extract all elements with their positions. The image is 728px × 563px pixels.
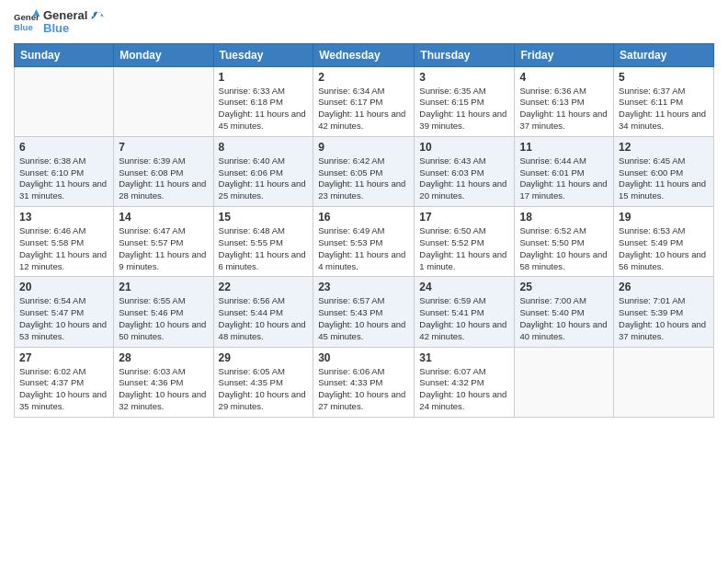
calendar-cell: 8Sunrise: 6:40 AMSunset: 6:06 PMDaylight…	[213, 136, 313, 206]
calendar-cell: 10Sunrise: 6:43 AMSunset: 6:03 PMDayligh…	[415, 136, 515, 206]
calendar-table: SundayMondayTuesdayWednesdayThursdayFrid…	[14, 43, 714, 418]
calendar-cell: 20Sunrise: 6:54 AMSunset: 5:47 PMDayligh…	[15, 277, 114, 347]
calendar-cell: 1Sunrise: 6:33 AMSunset: 6:18 PMDaylight…	[213, 66, 313, 136]
day-info: Sunrise: 6:45 AMSunset: 6:00 PMDaylight:…	[619, 155, 709, 202]
calendar-cell: 9Sunrise: 6:42 AMSunset: 6:05 PMDaylight…	[313, 136, 415, 206]
day-info: Sunrise: 6:44 AMSunset: 6:01 PMDaylight:…	[519, 155, 609, 202]
logo-general: General	[43, 9, 87, 22]
calendar-cell: 13Sunrise: 6:46 AMSunset: 5:58 PMDayligh…	[15, 207, 114, 277]
calendar-cell: 28Sunrise: 6:03 AMSunset: 4:36 PMDayligh…	[114, 347, 213, 417]
day-info: Sunrise: 6:46 AMSunset: 5:58 PMDaylight:…	[19, 225, 108, 272]
calendar-cell: 15Sunrise: 6:48 AMSunset: 5:55 PMDayligh…	[213, 207, 313, 277]
day-number: 20	[19, 281, 108, 293]
calendar-cell	[114, 66, 213, 136]
page: General Blue General Blue SundayMondayTu…	[0, 0, 728, 563]
day-number: 11	[519, 141, 609, 154]
day-number: 7	[119, 141, 208, 154]
day-info: Sunrise: 6:59 AMSunset: 5:41 PMDaylight:…	[419, 295, 509, 342]
calendar-cell: 21Sunrise: 6:55 AMSunset: 5:46 PMDayligh…	[114, 277, 213, 347]
calendar-cell	[614, 347, 714, 417]
calendar-week-4: 20Sunrise: 6:54 AMSunset: 5:47 PMDayligh…	[15, 277, 714, 347]
day-number: 2	[318, 71, 409, 84]
day-info: Sunrise: 6:50 AMSunset: 5:52 PMDaylight:…	[419, 225, 509, 272]
day-info: Sunrise: 6:40 AMSunset: 6:06 PMDaylight:…	[219, 155, 309, 202]
calendar-week-1: 1Sunrise: 6:33 AMSunset: 6:18 PMDaylight…	[15, 66, 714, 136]
logo-bird-icon	[89, 10, 106, 27]
day-info: Sunrise: 6:36 AMSunset: 6:13 PMDaylight:…	[519, 86, 609, 132]
calendar-cell	[15, 66, 114, 136]
day-info: Sunrise: 6:48 AMSunset: 5:55 PMDaylight:…	[219, 225, 309, 272]
day-number: 5	[619, 71, 709, 84]
day-number: 19	[619, 211, 709, 224]
calendar-header-row: SundayMondayTuesdayWednesdayThursdayFrid…	[15, 43, 714, 66]
calendar-cell: 24Sunrise: 6:59 AMSunset: 5:41 PMDayligh…	[415, 277, 515, 347]
day-info: Sunrise: 7:00 AMSunset: 5:40 PMDaylight:…	[519, 295, 609, 342]
day-info: Sunrise: 6:56 AMSunset: 5:44 PMDaylight:…	[219, 295, 309, 342]
day-header-saturday: Saturday	[614, 43, 714, 66]
day-header-sunday: Sunday	[15, 43, 114, 66]
calendar-cell: 22Sunrise: 6:56 AMSunset: 5:44 PMDayligh…	[213, 277, 313, 347]
day-info: Sunrise: 7:01 AMSunset: 5:39 PMDaylight:…	[619, 295, 709, 342]
day-info: Sunrise: 6:43 AMSunset: 6:03 PMDaylight:…	[419, 155, 509, 202]
calendar-cell: 14Sunrise: 6:47 AMSunset: 5:57 PMDayligh…	[114, 207, 213, 277]
day-info: Sunrise: 6:55 AMSunset: 5:46 PMDaylight:…	[119, 295, 208, 342]
day-info: Sunrise: 6:35 AMSunset: 6:15 PMDaylight:…	[419, 86, 509, 132]
day-info: Sunrise: 6:53 AMSunset: 5:49 PMDaylight:…	[619, 225, 709, 272]
logo-icon: General Blue	[14, 9, 40, 35]
calendar-cell: 19Sunrise: 6:53 AMSunset: 5:49 PMDayligh…	[614, 207, 714, 277]
day-number: 25	[519, 281, 609, 293]
day-number: 22	[219, 281, 309, 293]
day-info: Sunrise: 6:34 AMSunset: 6:17 PMDaylight:…	[318, 86, 409, 132]
calendar-cell: 11Sunrise: 6:44 AMSunset: 6:01 PMDayligh…	[515, 136, 614, 206]
calendar-week-5: 27Sunrise: 6:02 AMSunset: 4:37 PMDayligh…	[15, 347, 714, 417]
header: General Blue General Blue	[14, 9, 714, 36]
calendar-cell: 3Sunrise: 6:35 AMSunset: 6:15 PMDaylight…	[415, 66, 515, 136]
calendar-cell: 2Sunrise: 6:34 AMSunset: 6:17 PMDaylight…	[313, 66, 415, 136]
calendar-cell: 16Sunrise: 6:49 AMSunset: 5:53 PMDayligh…	[313, 207, 415, 277]
day-number: 30	[318, 351, 409, 364]
day-info: Sunrise: 6:02 AMSunset: 4:37 PMDaylight:…	[19, 366, 108, 413]
day-info: Sunrise: 6:47 AMSunset: 5:57 PMDaylight:…	[119, 225, 208, 272]
calendar-cell: 30Sunrise: 6:06 AMSunset: 4:33 PMDayligh…	[313, 347, 415, 417]
day-info: Sunrise: 6:52 AMSunset: 5:50 PMDaylight:…	[519, 225, 609, 272]
day-info: Sunrise: 6:42 AMSunset: 6:05 PMDaylight:…	[318, 155, 409, 202]
calendar-cell: 18Sunrise: 6:52 AMSunset: 5:50 PMDayligh…	[515, 207, 614, 277]
day-number: 24	[419, 281, 509, 293]
day-number: 18	[519, 211, 609, 224]
day-number: 26	[619, 281, 709, 293]
day-number: 21	[119, 281, 208, 293]
calendar-cell: 6Sunrise: 6:38 AMSunset: 6:10 PMDaylight…	[15, 136, 114, 206]
day-info: Sunrise: 6:38 AMSunset: 6:10 PMDaylight:…	[19, 155, 108, 202]
day-number: 23	[318, 281, 409, 293]
day-header-friday: Friday	[515, 43, 614, 66]
day-number: 15	[219, 211, 309, 224]
calendar-cell: 4Sunrise: 6:36 AMSunset: 6:13 PMDaylight…	[515, 66, 614, 136]
calendar-week-3: 13Sunrise: 6:46 AMSunset: 5:58 PMDayligh…	[15, 207, 714, 277]
calendar-week-2: 6Sunrise: 6:38 AMSunset: 6:10 PMDaylight…	[15, 136, 714, 206]
day-number: 6	[19, 141, 108, 154]
calendar-cell: 31Sunrise: 6:07 AMSunset: 4:32 PMDayligh…	[415, 347, 515, 417]
svg-text:Blue: Blue	[14, 22, 33, 32]
calendar-cell: 7Sunrise: 6:39 AMSunset: 6:08 PMDaylight…	[114, 136, 213, 206]
calendar-cell: 26Sunrise: 7:01 AMSunset: 5:39 PMDayligh…	[614, 277, 714, 347]
day-number: 8	[219, 141, 309, 154]
day-number: 16	[318, 211, 409, 224]
calendar-cell: 29Sunrise: 6:05 AMSunset: 4:35 PMDayligh…	[213, 347, 313, 417]
logo-blue: Blue	[43, 22, 87, 35]
day-info: Sunrise: 6:54 AMSunset: 5:47 PMDaylight:…	[19, 295, 108, 342]
day-number: 4	[519, 71, 609, 84]
calendar-cell: 17Sunrise: 6:50 AMSunset: 5:52 PMDayligh…	[415, 207, 515, 277]
day-header-wednesday: Wednesday	[313, 43, 415, 66]
day-info: Sunrise: 6:37 AMSunset: 6:11 PMDaylight:…	[619, 86, 709, 132]
day-info: Sunrise: 6:06 AMSunset: 4:33 PMDaylight:…	[318, 366, 409, 413]
calendar-cell: 12Sunrise: 6:45 AMSunset: 6:00 PMDayligh…	[614, 136, 714, 206]
day-info: Sunrise: 6:03 AMSunset: 4:36 PMDaylight:…	[119, 366, 208, 413]
day-info: Sunrise: 6:33 AMSunset: 6:18 PMDaylight:…	[219, 86, 309, 132]
day-number: 1	[219, 71, 309, 84]
day-header-monday: Monday	[114, 43, 213, 66]
day-number: 29	[219, 351, 309, 364]
day-number: 14	[119, 211, 208, 224]
day-number: 31	[419, 351, 509, 364]
calendar-cell: 25Sunrise: 7:00 AMSunset: 5:40 PMDayligh…	[515, 277, 614, 347]
day-info: Sunrise: 6:57 AMSunset: 5:43 PMDaylight:…	[318, 295, 409, 342]
